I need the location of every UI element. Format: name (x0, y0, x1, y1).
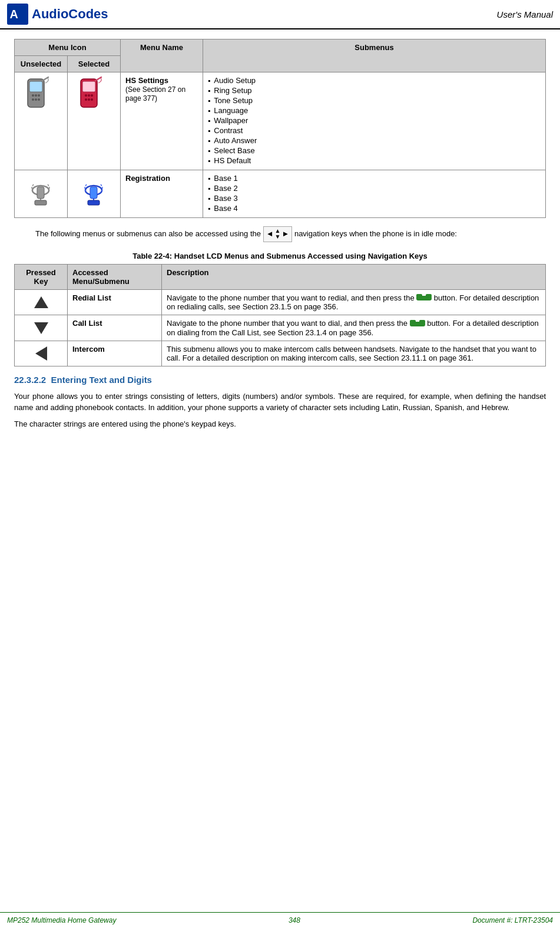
svg-line-19 (95, 77, 101, 81)
pressed-key-header: Pressed Key (15, 264, 68, 289)
svg-rect-12 (82, 81, 95, 92)
footer-center: 348 (289, 916, 300, 924)
left-arrow-key-cell (15, 341, 68, 366)
nav-arrows-graphic: ◄ ▲▼ ► (263, 226, 293, 242)
svg-point-8 (35, 98, 37, 101)
svg-line-10 (42, 77, 48, 81)
list-item: Base 2 (208, 184, 541, 193)
list-item: Base 3 (208, 194, 541, 203)
svg-rect-3 (29, 81, 42, 92)
list-item: Auto Answer (208, 136, 541, 145)
header-title: User's Manual (497, 9, 553, 19)
navigation-keys-table: Pressed Key Accessed Menu/Submenu Descri… (14, 264, 546, 366)
menu-name-header: Menu Name (121, 39, 203, 72)
table-row: Call List Navigate to the phone number t… (15, 315, 546, 341)
registration-menu-name-cell: Registration (121, 170, 203, 218)
audiocodes-logo-icon: A (7, 4, 28, 25)
phone-recv-icon-2 (410, 320, 425, 328)
down-arrow-key-cell (15, 315, 68, 341)
second-table-caption: Table 22-4: Handset LCD Menus and Submen… (14, 252, 546, 260)
submenus-header: Submenus (203, 39, 546, 72)
table-row: Registration Base 1 Base 2 Base 3 Base 4 (15, 170, 546, 218)
page-header: A AudioCodes User's Manual (0, 0, 560, 29)
nav-arrow-left-icon: ◄ (266, 228, 274, 240)
registration-sel-icon (75, 174, 113, 212)
table-row: Redial List Navigate to the phone number… (15, 289, 546, 315)
svg-rect-33 (419, 320, 425, 323)
hs-settings-submenu-list: Audio Setup Ring Setup Tone Setup Langua… (208, 76, 541, 165)
redial-list-description: Navigate to the phone number that you wa… (162, 289, 546, 315)
selected-header: Selected (68, 56, 121, 72)
section-number: 22.3.2.2 (14, 375, 46, 385)
svg-point-14 (88, 94, 90, 97)
nav-arrow-up-icon: ▲▼ (275, 228, 281, 240)
list-item: Tone Setup (208, 96, 541, 105)
navigation-text-row: The following menus or submenus can also… (35, 226, 546, 242)
svg-point-16 (85, 98, 87, 101)
hs-settings-menu-name-cell: HS Settings (See Section 27 on page 377) (121, 72, 203, 170)
nav-text-after: navigation keys when the phone is in idl… (294, 229, 457, 238)
svg-point-6 (38, 94, 40, 97)
footer-right: Document #: LTRT-23504 (472, 916, 553, 924)
svg-rect-20 (35, 200, 47, 205)
svg-point-17 (88, 98, 90, 101)
list-item: Ring Setup (208, 86, 541, 95)
registration-unsel-icon-cell (15, 170, 68, 218)
hs-settings-name: HS Settings (125, 76, 168, 85)
menu-table: Menu Icon Menu Name Submenus Unselected … (14, 39, 546, 218)
call-list-description: Navigate to the phone number that you wa… (162, 315, 546, 341)
svg-point-15 (91, 94, 93, 97)
section-heading: 22.3.2.2 Entering Text and Digits (14, 375, 546, 385)
accessed-menu-header: Accessed Menu/Submenu (68, 264, 162, 289)
page-footer: MP252 Multimedia Home Gateway 348 Docume… (0, 912, 560, 928)
list-item: Base 4 (208, 204, 541, 213)
description-header: Description (162, 264, 546, 289)
registration-submenus-cell: Base 1 Base 2 Base 3 Base 4 (203, 170, 546, 218)
unselected-header: Unselected (15, 56, 68, 72)
table-row: Intercom This submenu allows you to make… (15, 341, 546, 366)
svg-point-9 (38, 98, 40, 101)
list-item: Base 1 (208, 174, 541, 183)
main-content: Menu Icon Menu Name Submenus Unselected … (0, 29, 560, 467)
list-item: Language (208, 106, 541, 115)
logo-text: AudioCodes (32, 6, 108, 22)
up-arrow-key-cell (15, 289, 68, 315)
body-paragraph-1: Your phone allows you to enter strings c… (14, 391, 546, 414)
registration-submenu-list: Base 1 Base 2 Base 3 Base 4 (208, 174, 541, 213)
svg-point-13 (85, 94, 87, 97)
hs-settings-unsel-icon (22, 76, 60, 114)
hs-settings-sel-icon (75, 76, 113, 114)
svg-point-18 (91, 98, 93, 101)
registration-sel-icon-cell (68, 170, 121, 218)
svg-rect-24 (88, 200, 100, 205)
redial-list-label: Redial List (68, 289, 162, 315)
list-item: Audio Setup (208, 76, 541, 85)
section-title: Entering Text and Digits (51, 375, 152, 385)
registration-name: Registration (125, 174, 170, 183)
list-item: Contrast (208, 126, 541, 135)
up-arrow-icon (34, 296, 48, 308)
list-item: Select Base (208, 146, 541, 155)
hs-settings-unsel-icon-cell (15, 72, 68, 170)
intercom-label: Intercom (68, 341, 162, 366)
list-item: HS Default (208, 156, 541, 165)
list-item: Wallpaper (208, 116, 541, 125)
down-arrow-icon (34, 322, 48, 334)
hs-settings-submenus-cell: Audio Setup Ring Setup Tone Setup Langua… (203, 72, 546, 170)
svg-rect-23 (37, 187, 44, 199)
svg-point-7 (32, 98, 34, 101)
svg-rect-29 (416, 294, 422, 298)
hs-settings-note: (See Section 27 on page 377) (125, 85, 185, 103)
svg-point-4 (32, 94, 34, 97)
nav-arrow-right-icon: ► (281, 228, 289, 240)
logo-area: A AudioCodes (7, 4, 108, 25)
svg-text:A: A (10, 8, 18, 21)
nav-text-before: The following menus or submenus can also… (35, 229, 261, 238)
svg-rect-27 (90, 187, 97, 199)
intercom-description: This submenu allows you to make intercom… (162, 341, 546, 366)
svg-rect-32 (410, 320, 416, 323)
body-paragraph-2: The character strings are entered using … (14, 418, 546, 430)
footer-left: MP252 Multimedia Home Gateway (7, 916, 116, 924)
svg-point-5 (35, 94, 37, 97)
menu-icon-header: Menu Icon (15, 39, 121, 56)
